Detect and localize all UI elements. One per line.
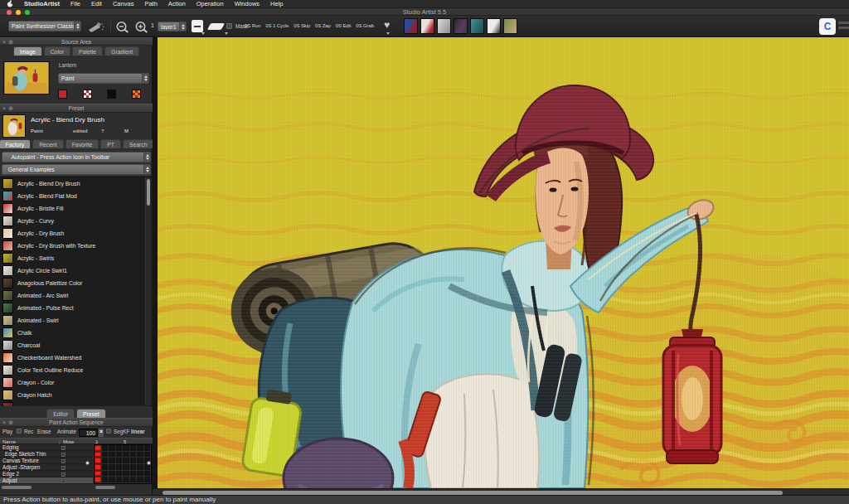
paseq-row-edge-sketch-thin[interactable]: Edge Sketch Thin bbox=[0, 451, 93, 458]
preset-list-item[interactable]: Animated - Swirl bbox=[0, 314, 153, 327]
eraser-caret-icon[interactable] bbox=[225, 32, 228, 35]
swatch-checker-red[interactable] bbox=[83, 90, 92, 99]
mute-checkbox[interactable] bbox=[61, 446, 65, 450]
os-zap-button[interactable]: 0S Zap bbox=[315, 23, 331, 28]
app-logo-badge[interactable]: C bbox=[819, 18, 836, 35]
menu-item-operation[interactable]: Operation bbox=[196, 0, 224, 8]
preset-list-item[interactable]: Acrylic - Swirls bbox=[0, 252, 153, 264]
keyframe-grid[interactable] bbox=[94, 444, 152, 484]
splitter-handle[interactable] bbox=[85, 461, 90, 465]
interp-label[interactable]: linear bbox=[131, 429, 145, 434]
tab-preset[interactable]: Preset bbox=[76, 409, 106, 418]
rec-checkbox[interactable] bbox=[17, 429, 22, 434]
favorites-caret-icon[interactable] bbox=[386, 32, 390, 35]
paseq-row-edge-2[interactable]: Edge 2 bbox=[0, 471, 93, 477]
preset-list-item[interactable]: Crayon - Color bbox=[0, 376, 153, 389]
kf-cell[interactable] bbox=[95, 458, 102, 464]
menu-item-help[interactable]: Help bbox=[270, 0, 283, 8]
swatch-solid-black[interactable] bbox=[107, 90, 116, 99]
close-icon[interactable]: × bbox=[2, 419, 6, 427]
play-button[interactable]: Play bbox=[2, 429, 12, 434]
menu-item-action[interactable]: Action bbox=[168, 0, 186, 8]
source-mode-select[interactable]: Paint bbox=[58, 73, 149, 84]
apple-icon[interactable] bbox=[7, 0, 13, 7]
kf-cell[interactable] bbox=[95, 452, 102, 458]
preset-list-item[interactable]: Color Text Outline Reduce bbox=[0, 364, 153, 376]
frames-stepper[interactable] bbox=[98, 429, 104, 437]
os-edit-button[interactable]: 0S Edit bbox=[336, 23, 352, 28]
tab-pt[interactable]: PT bbox=[100, 139, 121, 148]
menu-item-studioartist[interactable]: StudioArtist bbox=[24, 0, 60, 8]
preset-list-item[interactable]: Acrylic - Blend Dry Brush bbox=[0, 177, 153, 190]
layer-select[interactable]: layer1 bbox=[158, 22, 187, 32]
mute-checkbox[interactable] bbox=[61, 466, 65, 470]
os-grab-button[interactable]: 0S Grab bbox=[356, 23, 374, 28]
name-scrollbar-thumb[interactable] bbox=[2, 486, 32, 489]
os-run-button[interactable]: 0S Run bbox=[245, 23, 260, 28]
swatch-checker-orange[interactable] bbox=[132, 90, 141, 99]
favorite-thumbnail[interactable] bbox=[420, 18, 434, 34]
preset-list-item[interactable]: Acrylic - Dry Brush with Texture bbox=[0, 240, 153, 252]
paseq-row-adjust[interactable]: Adjust bbox=[0, 477, 93, 484]
kf-cell[interactable] bbox=[95, 477, 102, 483]
draw-mode-button[interactable] bbox=[192, 20, 203, 32]
grid-scrollbar-thumb[interactable] bbox=[95, 486, 115, 489]
preset-list-item[interactable]: Anagolous Palettize Color bbox=[0, 277, 153, 289]
preset-list-item[interactable]: Animated - Arc Swirl bbox=[0, 289, 153, 302]
preset-list-item[interactable]: Chalk bbox=[0, 327, 153, 339]
draw-mode-caret-icon[interactable] bbox=[201, 32, 205, 35]
preset-list-item[interactable]: Acrylic - Bristle Fill bbox=[0, 202, 153, 215]
scrollbar-thumb[interactable] bbox=[163, 491, 783, 495]
menu-item-file[interactable]: File bbox=[70, 0, 80, 8]
close-icon[interactable]: × bbox=[2, 38, 6, 46]
preset-list-item[interactable]: Crayon Hatch bbox=[0, 389, 153, 401]
preset-list-item[interactable]: Acrylic - Curvy bbox=[0, 215, 153, 227]
erase-button[interactable]: Erase bbox=[37, 429, 51, 434]
frames-field[interactable]: 100 bbox=[79, 429, 98, 437]
tab-image[interactable]: Image bbox=[13, 46, 42, 56]
kf-cell[interactable] bbox=[95, 445, 102, 452]
kf-cell[interactable] bbox=[95, 471, 102, 477]
source-mode-stepper[interactable] bbox=[142, 74, 148, 83]
mute-checkbox[interactable] bbox=[61, 459, 65, 463]
menu-item-edit[interactable]: Edit bbox=[91, 0, 102, 8]
mute-checkbox[interactable] bbox=[61, 472, 65, 477]
options-icon[interactable]: ⊕ bbox=[8, 419, 13, 427]
preset-category-select[interactable]: _General Examples bbox=[2, 164, 151, 175]
preset-help-label[interactable]: ? bbox=[101, 128, 104, 133]
airbrush-icon[interactable] bbox=[87, 22, 104, 33]
favorite-thumbnail[interactable] bbox=[503, 18, 517, 34]
preset-category-stepper[interactable] bbox=[143, 165, 150, 174]
favorite-heart-icon[interactable]: ♥ bbox=[384, 19, 390, 31]
close-icon[interactable]: × bbox=[2, 104, 6, 113]
tab-recent[interactable]: Recent bbox=[32, 139, 64, 148]
tab-color[interactable]: Color bbox=[44, 46, 70, 56]
preset-list-item[interactable]: Animated - Pulse Rect bbox=[0, 302, 153, 314]
layer-stepper[interactable] bbox=[179, 22, 186, 31]
menu-item-canvas[interactable]: Canvas bbox=[113, 0, 133, 8]
preset-collection-select[interactable]: __Autopaint - Press Action Icon in Toolb… bbox=[2, 152, 151, 162]
swatch-solid-red[interactable] bbox=[58, 90, 67, 99]
operation-mode-stepper[interactable] bbox=[74, 22, 80, 31]
splitter-handle[interactable] bbox=[147, 461, 151, 465]
tab-factory[interactable]: Factory bbox=[0, 139, 31, 148]
paseq-row-adjust-sharpen[interactable]: Adjust -Sharpen bbox=[0, 464, 93, 471]
tab-gradient[interactable]: Gradient bbox=[104, 46, 139, 56]
tab-favorite[interactable]: Favorite bbox=[65, 139, 99, 148]
segkf-checkbox[interactable] bbox=[106, 429, 111, 434]
paseq-row-canvas-texture[interactable]: Canvas Texture bbox=[0, 458, 93, 464]
preset-list-item[interactable]: Acrylic - Blend Flat Mod bbox=[0, 190, 153, 202]
preset-collection-stepper[interactable] bbox=[143, 153, 150, 162]
favorite-thumbnail[interactable] bbox=[487, 18, 501, 34]
preset-memory-label[interactable]: M bbox=[124, 128, 129, 133]
zoom-out-icon[interactable] bbox=[115, 21, 130, 34]
options-icon[interactable]: ⊕ bbox=[8, 38, 13, 46]
favorite-thumbnail[interactable] bbox=[437, 18, 451, 34]
preset-list-item[interactable]: Acrylic Circle Swirl1 bbox=[0, 264, 153, 277]
preset-list-item[interactable]: Acrylic - Dry Brush bbox=[0, 227, 153, 240]
preset-list-scrollbar[interactable] bbox=[145, 177, 151, 405]
scrollbar-thumb[interactable] bbox=[147, 179, 150, 206]
preset-list-item[interactable]: Checkerboard Watershed bbox=[0, 351, 153, 364]
paint-canvas[interactable] bbox=[158, 37, 849, 488]
tab-search[interactable]: Search bbox=[123, 139, 154, 148]
